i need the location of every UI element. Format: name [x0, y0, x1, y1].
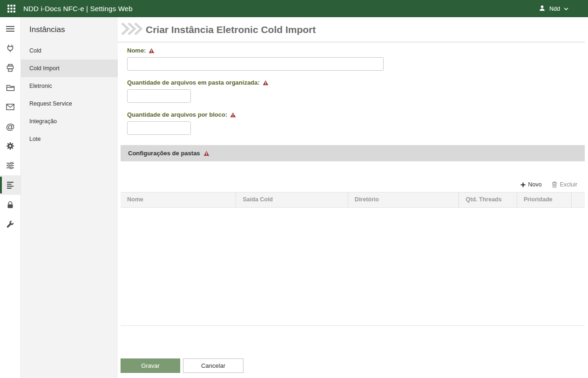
folders-config-section: Configurações de pastas Novo Excluir — [121, 145, 585, 326]
sidebar-item-eletronic[interactable]: Eletronic — [21, 77, 118, 95]
delete-row-label: Excluir — [560, 181, 577, 188]
plus-icon — [520, 182, 526, 187]
nome-input[interactable] — [127, 57, 384, 71]
grid-header-row: Nome Saída Cold Diretório Qtd. Threads P… — [121, 192, 585, 208]
document-flow-icon — [120, 21, 143, 39]
folders-grid: Novo Excluir Nome Saída Cold Diretório Q… — [121, 161, 585, 326]
user-icon — [539, 5, 546, 13]
field-qtd-pasta: Quantidade de arquivos em pasta organiza… — [127, 79, 585, 103]
envelope-icon — [6, 104, 14, 110]
grid-toolbar: Novo Excluir — [121, 161, 585, 192]
required-warning-icon — [203, 151, 210, 156]
cancel-button[interactable]: Cancelar — [183, 358, 243, 373]
rail-item-settings[interactable] — [0, 136, 20, 156]
folders-section-title: Configurações de pastas — [128, 150, 200, 157]
rail-item-mail[interactable] — [0, 97, 20, 117]
at-sign-icon — [6, 122, 15, 131]
app-grid-icon[interactable] — [6, 3, 17, 14]
app-title: NDD i-Docs NFC-e | Settings Web — [23, 5, 133, 13]
grid-column-qtd-threads[interactable]: Qtd. Threads — [459, 192, 517, 207]
field-nome: Nome: — [127, 47, 585, 71]
new-row-button[interactable]: Novo — [520, 181, 541, 188]
rail-item-tools[interactable] — [0, 214, 20, 234]
rail-item-files[interactable] — [0, 78, 20, 97]
grid-column-saida-cold[interactable]: Saída Cold — [236, 192, 348, 207]
icon-rail — [0, 17, 21, 378]
trash-icon — [552, 181, 557, 188]
delete-row-button[interactable]: Excluir — [552, 181, 577, 188]
sidebar-item-cold[interactable]: Cold — [21, 42, 118, 60]
sidebar-item-cold-import[interactable]: Cold Import — [21, 60, 118, 77]
save-button[interactable]: Gravar — [121, 358, 180, 373]
gear-icon — [6, 142, 14, 150]
nome-label: Nome: — [127, 47, 146, 54]
rail-item-security[interactable] — [0, 195, 20, 214]
required-warning-icon — [230, 112, 236, 118]
required-warning-icon — [149, 48, 155, 53]
qtd-pasta-label: Quantidade de arquivos em pasta organiza… — [127, 79, 260, 86]
qtd-bloco-label: Quantidade de arquivos por bloco: — [127, 111, 227, 118]
hamburger-icon — [6, 26, 14, 32]
qtd-pasta-input[interactable] — [127, 89, 191, 103]
field-qtd-pasta-label-row: Quantidade de arquivos em pasta organiza… — [127, 79, 585, 86]
qtd-bloco-input[interactable] — [127, 121, 191, 135]
rail-item-parameters[interactable] — [0, 156, 20, 175]
topbar: NDD i-Docs NFC-e | Settings Web Ndd — [0, 0, 588, 17]
rail-item-printing[interactable] — [0, 58, 20, 78]
form-area: Nome: Quantidade de arquivos em pasta or… — [121, 47, 585, 135]
folder-icon — [6, 84, 15, 92]
field-qtd-bloco: Quantidade de arquivos por bloco: — [127, 111, 585, 135]
page-title: Criar Instância Eletronic Cold Import — [146, 24, 316, 35]
grid-column-prioridade[interactable]: Prioridade — [517, 192, 572, 207]
plug-icon — [6, 44, 14, 53]
new-row-label: Novo — [528, 181, 541, 188]
grid-body-empty — [121, 208, 585, 325]
form-container: Nome: Quantidade de arquivos em pasta or… — [118, 42, 585, 326]
sidebar: Instâncias Cold Cold Import Eletronic Re… — [21, 17, 118, 378]
rail-item-instances[interactable] — [0, 175, 20, 195]
grid-column-filler — [572, 192, 585, 207]
user-name: Ndd — [549, 6, 560, 12]
instances-list-icon — [6, 181, 14, 189]
grid-column-diretorio[interactable]: Diretório — [348, 192, 459, 207]
sidebar-item-lote[interactable]: Lote — [21, 130, 118, 148]
sidebar-item-integracao[interactable]: Integração — [21, 113, 118, 130]
lock-icon — [7, 201, 14, 209]
main-content: Criar Instância Eletronic Cold Import No… — [118, 17, 588, 378]
sidebar-item-request-service[interactable]: Request Service — [21, 95, 118, 113]
sidebar-title: Instâncias — [21, 17, 118, 42]
menu-toggle-button[interactable] — [0, 19, 20, 39]
sliders-icon — [6, 161, 14, 170]
rail-item-connections[interactable] — [0, 39, 20, 58]
field-nome-label-row: Nome: — [127, 47, 585, 54]
printer-icon — [6, 64, 14, 72]
required-warning-icon — [263, 80, 269, 86]
chevron-down-icon — [564, 6, 568, 12]
grid-column-nome[interactable]: Nome — [121, 192, 236, 207]
page-header: Criar Instância Eletronic Cold Import — [118, 17, 585, 42]
form-actions: Gravar Cancelar — [121, 358, 243, 373]
wrench-icon — [6, 220, 14, 228]
user-menu[interactable]: Ndd — [539, 5, 568, 13]
field-qtd-bloco-label-row: Quantidade de arquivos por bloco: — [127, 111, 585, 118]
rail-item-email-accounts[interactable] — [0, 117, 20, 136]
folders-section-header: Configurações de pastas — [121, 145, 585, 161]
